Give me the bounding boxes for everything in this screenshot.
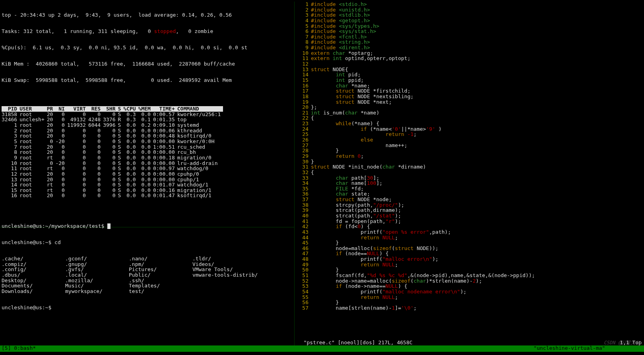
code-line: 6#include <sys/stat.h> bbox=[297, 29, 642, 34]
code-line: 2#include <unistd.h> bbox=[297, 7, 642, 13]
code-line: 26 else bbox=[297, 137, 642, 143]
line-number: 32 bbox=[297, 170, 308, 175]
code-line: 33 char path[30]; bbox=[297, 175, 642, 181]
line-number: 33 bbox=[297, 175, 308, 181]
top-summary-line: top - 20:34:43 up 2 days, 9:43, 9 users,… bbox=[2, 12, 294, 18]
top-process-row: 7root200000S0.00.01:00.51rcu_sched bbox=[2, 144, 223, 150]
code-line: 53 if (node->name==NULL) { bbox=[297, 283, 642, 289]
line-number: 22 bbox=[297, 115, 308, 121]
code-line: 5#include <sys/types.h> bbox=[297, 23, 642, 29]
top-process-row: 2root200000S0.00.00:00.06kthreadd bbox=[2, 128, 223, 134]
code-line: 1#include <stdio.h> bbox=[297, 2, 642, 7]
top-process-row: 31858root200000S0.30.00:00.57kworker/u25… bbox=[2, 112, 223, 117]
pane-top-command: top - 20:34:43 up 2 days, 9:43, 9 users,… bbox=[2, 2, 294, 234]
code-line: 18 struct NODE *nextsibling; bbox=[297, 94, 642, 99]
code-line: 4#include <getopt.h> bbox=[297, 18, 642, 23]
top-summary-line: %Cpu(s): 6.1 us, 0.3 sy, 0.0 ni, 93.5 id… bbox=[2, 45, 294, 50]
code-line: 49 return NULL; bbox=[297, 262, 642, 268]
vim-status-line: "pstree.c" [noeol][dos] 217L, 4658C bbox=[297, 335, 642, 345]
top-process-row: 10root0-20000S0.00.00:00.00lru-add-drain bbox=[2, 161, 223, 166]
code-line: 23 while(*name) { bbox=[297, 121, 642, 126]
top-process-row: 3root200000S0.00.00:00.48ksoftirqd/0 bbox=[2, 133, 223, 139]
dir-entry: .tldr/ bbox=[192, 256, 256, 262]
line-number: 23 bbox=[297, 121, 308, 126]
line-number: 29 bbox=[297, 153, 308, 159]
line-number: 41 bbox=[297, 219, 308, 224]
watermark: CSDN @闪耀大叔 bbox=[604, 340, 640, 345]
line-number: 30 bbox=[297, 159, 308, 165]
top-col-s: S bbox=[118, 106, 124, 112]
code-line: 44 return NULL; bbox=[297, 235, 642, 241]
line-number: 47 bbox=[297, 251, 308, 256]
line-number: 53 bbox=[297, 283, 308, 289]
code-line: 41 fd = fopen(path,"r"); bbox=[297, 219, 642, 224]
top-process-row: 14rootrt0000S0.00.00:01.07watchdog/1 bbox=[2, 182, 223, 188]
line-number: 16 bbox=[297, 83, 308, 89]
line-number: 34 bbox=[297, 180, 308, 186]
code-line: 12 bbox=[297, 61, 642, 67]
line-number: 45 bbox=[297, 240, 308, 246]
top-col-ni: NI bbox=[55, 106, 67, 112]
dir-entry: Pictures/ bbox=[129, 267, 192, 272]
line-number: 49 bbox=[297, 262, 308, 268]
code-line: 47 if (node==NULL) { bbox=[297, 251, 642, 256]
code-line: 34 char name[100]; bbox=[297, 180, 642, 186]
pane-shell[interactable]: uncleshine@us:~$ cd .cache/.gconf/.nano/… bbox=[2, 229, 294, 316]
code-line: 42 if (fd<0) { bbox=[297, 224, 642, 229]
line-number: 19 bbox=[297, 99, 308, 105]
dir-entry: Templates/ bbox=[129, 283, 192, 289]
code-line: 29 return 0; bbox=[297, 153, 642, 159]
top-col-time+: TIME+ bbox=[153, 106, 177, 112]
code-line: 13struct NODE{ bbox=[297, 67, 642, 72]
directory-listing: .cache/.gconf/.nano/.tldr/.compiz/.gnupg… bbox=[2, 256, 294, 294]
line-number: 27 bbox=[297, 143, 308, 148]
code-line: 15 int ppid; bbox=[297, 78, 642, 83]
pane-vim-editor[interactable]: 1#include <stdio.h>2#include <unistd.h>3… bbox=[297, 2, 642, 311]
top-summary-line: KiB Mem : 4026860 total, 573116 free, 11… bbox=[2, 61, 294, 67]
top-process-row: 1root20011993260443996S0.00.20:09.10syst… bbox=[2, 122, 223, 128]
dir-entry: Videos/ bbox=[192, 262, 256, 267]
code-line: 7#include <fcntl.h> bbox=[297, 34, 642, 40]
line-number: 11 bbox=[297, 56, 308, 61]
shell-prompt[interactable]: uncleshine@us:~/myworkspace/test$ bbox=[2, 223, 294, 229]
code-line: 48 printf("malloc error\n"); bbox=[297, 256, 642, 262]
tmux-statusbar[interactable]: [5] 0:bash* "uncleshine-virtual-ma" bbox=[0, 345, 644, 352]
line-number: 36 bbox=[297, 191, 308, 197]
dir-entry: Documents/ bbox=[2, 283, 65, 289]
top-process-row: 32466unclesh+2004913242483376R0.30.10:01… bbox=[2, 117, 223, 122]
code-line: 57 name[strlen(name)-1]='\0'; bbox=[297, 305, 642, 311]
code-line: 56 } bbox=[297, 300, 642, 305]
top-col-%cpu: %CPU bbox=[123, 106, 138, 112]
code-line: 45 } bbox=[297, 240, 642, 246]
line-number: 35 bbox=[297, 186, 308, 192]
top-summary-line: Tasks: 312 total, 1 running, 311 sleepin… bbox=[2, 29, 294, 34]
line-number: 4 bbox=[297, 18, 308, 23]
code-line: 37 struct NODE *node; bbox=[297, 197, 642, 202]
line-number: 43 bbox=[297, 229, 308, 235]
dir-entry: Desktop/ bbox=[2, 278, 65, 283]
line-number: 15 bbox=[297, 78, 308, 83]
line-number: 8 bbox=[297, 39, 308, 45]
dir-entry: .cache/ bbox=[2, 256, 65, 262]
top-col-pr: PR bbox=[47, 106, 56, 112]
line-number: 31 bbox=[297, 164, 308, 170]
line-number: 46 bbox=[297, 246, 308, 251]
shell-prompt[interactable]: uncleshine@us:~$ bbox=[2, 305, 294, 310]
dir-entry: .compiz/ bbox=[2, 262, 65, 267]
line-number: 57 bbox=[297, 305, 308, 311]
line-number: 26 bbox=[297, 137, 308, 143]
code-line: 31struct NODE *init_node(char *dirname) bbox=[297, 164, 642, 170]
line-number: 9 bbox=[297, 45, 308, 50]
line-number: 42 bbox=[297, 224, 308, 229]
code-line: 22{ bbox=[297, 115, 642, 121]
dir-entry: .gnupg/ bbox=[65, 262, 129, 267]
line-number: 48 bbox=[297, 256, 308, 262]
code-line: 25 return -1; bbox=[297, 132, 642, 137]
top-col-res: RES bbox=[88, 106, 103, 112]
code-line: 9#include <dirent.h> bbox=[297, 45, 642, 50]
top-col-command: COMMAND bbox=[177, 106, 223, 112]
cursor bbox=[107, 223, 111, 229]
dir-entry: vmware-tools-distrib/ bbox=[192, 272, 258, 278]
line-number: 56 bbox=[297, 300, 308, 305]
line-number: 40 bbox=[297, 213, 308, 219]
